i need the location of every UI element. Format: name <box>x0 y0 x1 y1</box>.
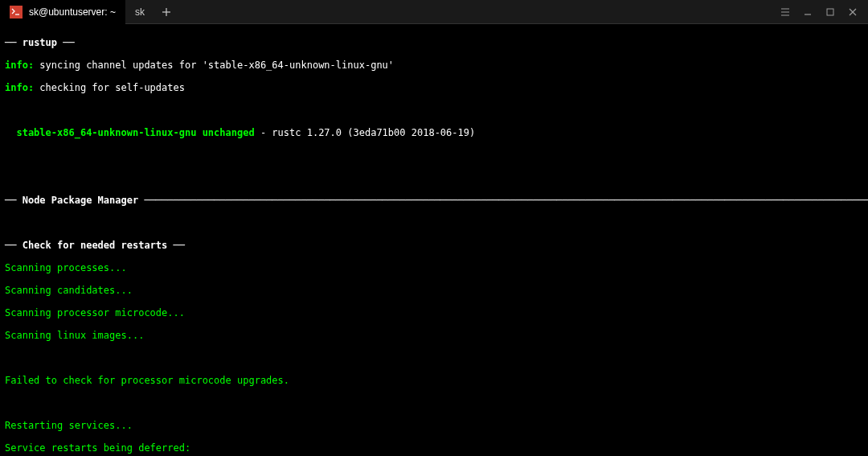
section-rustup: rustup <box>23 37 57 48</box>
rustup-sync: syncing channel updates for 'stable-x86_… <box>34 60 394 71</box>
tab-second[interactable]: sk <box>125 0 154 24</box>
minimize-icon[interactable] <box>802 6 813 18</box>
terminal-icon <box>10 6 23 18</box>
close-icon[interactable] <box>847 6 858 18</box>
scan-processes: Scanning processes... <box>5 262 863 273</box>
rustup-selfcheck: checking for self-updates <box>34 82 185 93</box>
maximize-icon[interactable] <box>825 6 836 18</box>
tab-second-label: sk <box>135 6 145 18</box>
info-label: info: <box>5 82 34 93</box>
tab-add-button[interactable] <box>154 0 178 24</box>
deferred-header: Service restarts being deferred: <box>5 442 863 454</box>
window-controls <box>780 6 868 18</box>
section-restarts: Check for needed restarts <box>23 240 168 251</box>
tab-active[interactable]: sk@ubuntuserver: ~ <box>0 0 125 24</box>
fail-microcode: Failed to check for processor microcode … <box>5 375 863 386</box>
tab-active-label: sk@ubuntuserver: ~ <box>29 6 116 18</box>
menu-icon[interactable] <box>780 6 791 18</box>
titlebar: sk@ubuntuserver: ~ sk <box>0 0 868 24</box>
section-npm: Node Package Manager <box>23 195 139 206</box>
plus-icon <box>162 7 171 17</box>
scan-candidates: Scanning candidates... <box>5 285 863 296</box>
rustup-version: - rustc 1.27.0 (3eda71b00 2018-06-19) <box>255 127 476 138</box>
terminal-output[interactable]: ── rustup ── info: syncing channel updat… <box>0 24 868 456</box>
scan-microcode: Scanning processor microcode... <box>5 307 863 318</box>
restarting-services: Restarting services... <box>5 420 863 431</box>
rustup-unchanged: stable-x86_64-unknown-linux-gnu unchange… <box>5 127 255 138</box>
scan-linux: Scanning linux images... <box>5 330 863 341</box>
info-label: info: <box>5 60 34 71</box>
svg-rect-7 <box>827 9 833 15</box>
